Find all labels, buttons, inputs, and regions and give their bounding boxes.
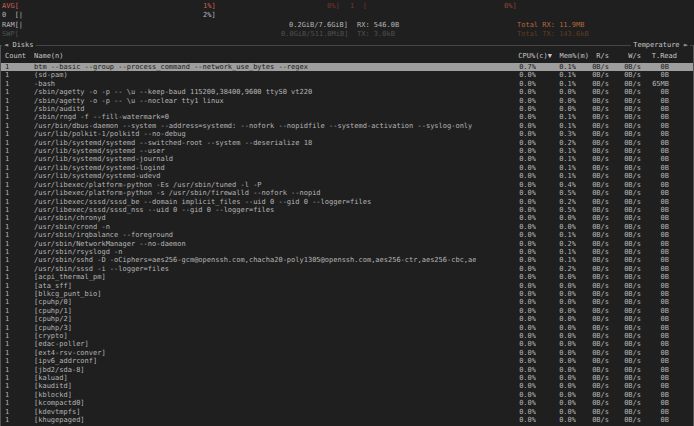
process-total-read: 0B [641,164,669,172]
process-mem: 0.1% [536,113,576,121]
process-row[interactable]: 1/sbin/agetty -o -p -- \u --noclear tty1… [1,97,693,105]
process-row[interactable]: 1[cpuhp/1]0.0%0.0%0B/s0B/s0B [1,307,693,315]
process-row[interactable]: 1[kblockd]0.0%0.0%0B/s0B/s0B [1,391,693,399]
process-row[interactable]: 1/usr/lib/systemd/systemd --switched-roo… [1,139,693,147]
process-name: /usr/sbin/crond -n [34,223,476,231]
process-count: 1 [3,198,34,206]
process-rows: 1btm --basic --group --process_command -… [1,63,693,426]
process-row[interactable]: 1[cpuhp/3]0.0%0.0%0B/s0B/s0B [1,324,693,332]
process-row[interactable]: 1[khugepaged]0.0%0.0%0B/s0B/s0B [1,416,693,424]
process-read-rate: 0B/s [576,290,609,298]
process-count: 1 [3,315,34,323]
process-row[interactable]: 1/usr/lib/systemd/systemd-udevd0.0%0.1%0… [1,172,693,180]
process-row[interactable]: 1[kdevtmpfs]0.0%0.0%0B/s0B/s0B [1,408,693,416]
carousel-prev-disks[interactable]: ◄ Disks [2,41,36,50]
process-count: 1 [3,391,34,399]
process-name: [kblockd] [34,391,476,399]
process-name: [jbd2/sda-8] [34,366,476,374]
process-read-rate: 0B/s [576,273,609,281]
process-total-read: 0B [641,97,669,105]
process-cpu: 0.0% [476,315,536,323]
process-mem: 0.2% [536,139,576,147]
cpu0-gauge-label: 0 [| [2,11,23,19]
process-row[interactable]: 1[kaluad]0.0%0.0%0B/s0B/s0B [1,374,693,382]
process-mem: 0.4% [536,181,576,189]
process-mem: 0.0% [536,374,576,382]
process-mem: 0.0% [536,366,576,374]
process-row[interactable]: 1/usr/lib/systemd/systemd --user0.0%0.1%… [1,147,693,155]
process-row[interactable]: 1/usr/libexec/platform-python -Es /usr/s… [1,181,693,189]
process-row[interactable]: 1[acpi_thermal_pm]0.0%0.0%0B/s0B/s0B [1,273,693,281]
process-table-header: Count Name(n) CPU%(c)▼ Mem%(m) R/s W/s T… [1,52,693,61]
process-row[interactable]: 1[ipv6_addrconf]0.0%0.0%0B/s0B/s0B [1,357,693,365]
process-row[interactable]: 1/usr/sbin/irqbalance --foreground0.0%0.… [1,231,693,239]
process-row[interactable]: 1[edac-poller]0.0%0.0%0B/s0B/s0B [1,340,693,348]
process-mem: 0.1% [536,248,576,256]
process-count: 1 [3,290,34,298]
process-row[interactable]: 1/usr/lib/systemd/systemd-journald0.0%0.… [1,155,693,163]
process-total-read: 0B [641,332,669,340]
process-row[interactable]: 1/usr/sbin/sshd -D -oCiphers=aes256-gcm@… [1,256,693,264]
process-read-rate: 0B/s [576,391,609,399]
process-cpu: 0.0% [476,97,536,105]
process-row[interactable]: 1/usr/libexec/sssd/sssd_be --domain impl… [1,198,693,206]
process-row[interactable]: 1[ext4-rsv-conver]0.0%0.0%0B/s0B/s0B [1,349,693,357]
process-read-rate: 0B/s [576,248,609,256]
process-row[interactable]: 1/sbin/auditd0.0%0.0%0B/s0B/s0B [1,105,693,113]
process-write-rate: 0B/s [609,382,641,390]
process-mem: 0.0% [536,399,576,407]
column-header-name[interactable]: Name(n) [34,52,476,61]
process-read-rate: 0B/s [576,298,609,306]
column-header-write-rate[interactable]: W/s [609,52,641,61]
process-cpu: 0.0% [476,374,536,382]
process-row[interactable]: 1[kcompactd0]0.0%0.0%0B/s0B/s0B [1,399,693,407]
process-count: 1 [3,206,34,214]
process-row[interactable]: 1(sd-pam)0.0%0.1%0B/s0B/s0B [1,71,693,79]
column-header-read-rate[interactable]: R/s [576,52,609,61]
swap-gauge-label: SWP[ [2,30,19,38]
carousel-next-temperature[interactable]: Temperature ► [631,41,690,50]
process-mem: 0.0% [536,223,576,231]
process-cpu: 0.0% [476,416,536,424]
process-row[interactable]: 1[crypto]0.0%0.0%0B/s0B/s0B [1,332,693,340]
process-cpu: 0.0% [476,290,536,298]
process-write-rate: 0B/s [609,290,641,298]
process-row[interactable]: 1/usr/lib/polkit-1/polkitd --no-debug0.0… [1,130,693,138]
cpu-avg-gauge-label: AVG[ [2,2,19,10]
process-row[interactable]: 1-bash0.0%0.1%0B/s0B/s65MB [1,80,693,88]
process-name: /usr/libexec/platform-python -Es /usr/sb… [34,181,476,189]
process-row[interactable]: 1[jbd2/sda-8]0.0%0.0%0B/s0B/s0B [1,366,693,374]
process-row[interactable]: 1/usr/sbin/NetworkManager --no-daemon0.0… [1,240,693,248]
process-row[interactable]: 1btm --basic --group --process_command -… [1,63,693,71]
process-count: 1 [3,307,34,315]
process-row[interactable]: 1[blkcg_punt_bio]0.0%0.0%0B/s0B/s0B [1,290,693,298]
process-count: 1 [3,240,34,248]
process-name: /usr/lib/polkit-1/polkitd --no-debug [34,130,476,138]
process-row[interactable]: 1/sbin/rngd -f --fill-watermark=00.0%0.1… [1,113,693,121]
process-read-rate: 0B/s [576,63,609,71]
ram-gauge-label: RAM[| [2,21,23,29]
process-row[interactable]: 1/usr/sbin/chronyd0.0%0.0%0B/s0B/s0B [1,214,693,222]
process-name: [ipv6_addrconf] [34,357,476,365]
process-row[interactable]: 1/usr/sbin/sssd -i --logger=files0.0%0.2… [1,265,693,273]
process-row[interactable]: 1/usr/libexec/sssd/sssd_nss --uid 0 --gi… [1,206,693,214]
process-count: 1 [3,265,34,273]
process-row[interactable]: 1/usr/bin/dbus-daemon --system --address… [1,122,693,130]
process-total-read: 0B [641,282,669,290]
process-row[interactable]: 1/usr/sbin/crond -n0.0%0.0%0B/s0B/s0B [1,223,693,231]
process-row[interactable]: 1[cpuhp/0]0.0%0.0%0B/s0B/s0B [1,298,693,306]
process-write-rate: 0B/s [609,340,641,348]
process-count: 1 [3,164,34,172]
process-row[interactable]: 1/usr/lib/systemd/systemd-logind0.0%0.1%… [1,164,693,172]
column-header-total-read[interactable]: T.Read [641,52,677,61]
process-row[interactable]: 1[ata_sff]0.0%0.0%0B/s0B/s0B [1,282,693,290]
process-name: /usr/sbin/rsyslogd -n [34,248,476,256]
process-cpu: 0.0% [476,265,536,273]
process-read-rate: 0B/s [576,324,609,332]
process-row[interactable]: 1[kauditd]0.0%0.0%0B/s0B/s0B [1,382,693,390]
process-row[interactable]: 1/usr/sbin/rsyslogd -n0.0%0.1%0B/s0B/s0B [1,248,693,256]
process-row[interactable]: 1[cpuhp/2]0.0%0.0%0B/s0B/s0B [1,315,693,323]
process-row[interactable]: 1/usr/libexec/platform-python -s /usr/sb… [1,189,693,197]
process-row[interactable]: 1/sbin/agetty -o -p -- \u --keep-baud 11… [1,88,693,96]
column-header-count[interactable]: Count [3,52,34,61]
